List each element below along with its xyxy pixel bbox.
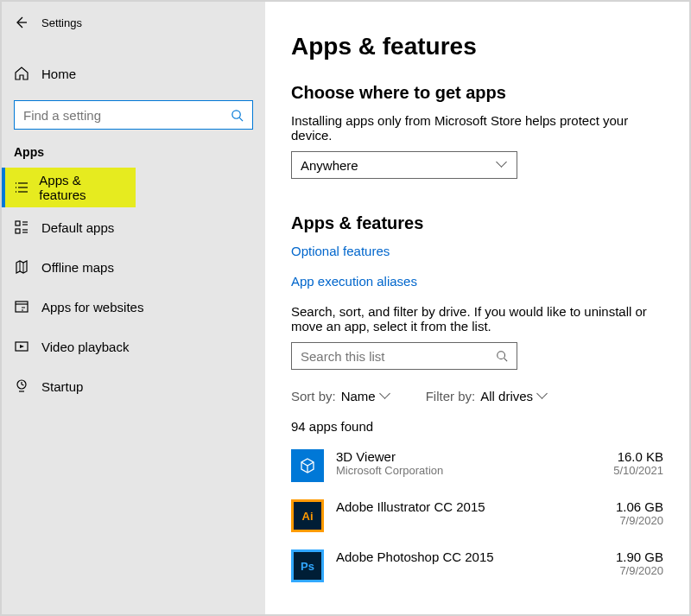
sort-value: Name (341, 389, 376, 403)
app-size: 1.06 GB (616, 499, 663, 514)
apps-features-icon (14, 180, 39, 195)
startup-icon (14, 378, 41, 394)
back-button[interactable] (14, 16, 41, 29)
svg-rect-8 (16, 221, 20, 225)
sidebar-item-label: Offline maps (41, 260, 114, 275)
sidebar-item-label: Apps & features (39, 173, 124, 202)
app-icon-illustrator: Ai (291, 499, 324, 532)
app-icon-photoshop: Ps (291, 549, 324, 582)
search-icon (496, 350, 508, 362)
svg-point-25 (498, 352, 505, 359)
sidebar-item-video-playback[interactable]: Video playback (2, 327, 265, 366)
sidebar-item-offline-maps[interactable]: Offline maps (2, 247, 265, 287)
optional-features-link[interactable]: Optional features (291, 244, 663, 258)
list-heading: Apps & features (291, 213, 663, 233)
sidebar-item-label: Startup (41, 379, 83, 394)
sidebar: Settings Home Apps Apps & features (2, 2, 265, 614)
sidebar-item-label: Default apps (41, 220, 114, 235)
chevron-down-icon (498, 160, 508, 170)
app-count: 94 apps found (291, 419, 663, 434)
sidebar-item-apps-websites[interactable]: Apps for websites (2, 287, 265, 327)
help-text: Search, sort, and filter by drive. If yo… (291, 304, 663, 333)
offline-maps-icon (14, 259, 41, 275)
app-list-search-input[interactable] (301, 349, 496, 364)
sort-label: Sort by: (291, 389, 336, 403)
app-size: 1.90 GB (616, 549, 663, 564)
app-icon-3dviewer (291, 449, 324, 482)
page-title: Apps & features (291, 33, 663, 60)
svg-line-1 (239, 117, 243, 121)
app-row[interactable]: Ai Adobe Illustrator CC 2015 1.06 GB 7/9… (291, 499, 663, 532)
app-row[interactable]: 3D Viewer Microsoft Corporation 16.0 KB … (291, 449, 663, 482)
svg-point-0 (232, 110, 240, 117)
chevron-down-icon (381, 391, 391, 402)
app-size: 16.0 KB (613, 449, 663, 464)
svg-line-23 (22, 384, 24, 385)
filter-value: All drives (480, 389, 533, 403)
filter-label: Filter by: (426, 389, 476, 403)
sort-by-control[interactable]: Sort by: Name (291, 389, 391, 403)
app-name: Adobe Photoshop CC 2015 (336, 549, 616, 564)
app-row[interactable]: Ps Adobe Photoshop CC 2015 1.90 GB 7/9/2… (291, 549, 663, 582)
chevron-down-icon (538, 391, 548, 402)
home-icon (14, 66, 41, 81)
sidebar-item-home[interactable]: Home (2, 59, 265, 88)
app-execution-aliases-link[interactable]: App execution aliases (291, 274, 663, 289)
default-apps-icon (14, 219, 41, 235)
app-publisher: Microsoft Corporation (336, 464, 613, 477)
app-date: 7/9/2020 (616, 564, 663, 577)
sidebar-item-label: Video playback (41, 340, 129, 354)
app-name: Adobe Illustrator CC 2015 (336, 499, 616, 514)
app-list-search[interactable] (291, 342, 517, 370)
sidebar-item-startup[interactable]: Startup (2, 366, 265, 406)
sidebar-search-input[interactable] (23, 108, 231, 123)
app-name: 3D Viewer (336, 449, 613, 464)
app-date: 5/10/2021 (613, 464, 663, 477)
choose-heading: Choose where to get apps (291, 83, 663, 103)
svg-rect-9 (16, 229, 20, 233)
home-label: Home (41, 67, 76, 81)
app-date: 7/9/2020 (616, 514, 663, 527)
sidebar-search[interactable] (14, 100, 253, 130)
sidebar-item-label: Apps for websites (41, 300, 143, 314)
video-playback-icon (14, 339, 41, 354)
svg-line-26 (504, 359, 508, 362)
window-title: Settings (41, 16, 82, 29)
filter-by-control[interactable]: Filter by: All drives (426, 389, 548, 403)
app-source-dropdown[interactable]: Anywhere (291, 151, 517, 179)
sidebar-section-label: Apps (2, 130, 265, 168)
main-content: Apps & features Choose where to get apps… (265, 2, 689, 614)
back-arrow-icon (14, 16, 28, 29)
choose-text: Installing apps only from Microsoft Stor… (291, 113, 663, 143)
search-icon (231, 109, 244, 122)
apps-websites-icon (14, 299, 41, 314)
sidebar-item-default-apps[interactable]: Default apps (2, 207, 265, 247)
dropdown-value: Anywhere (301, 158, 358, 173)
sidebar-item-apps-features[interactable]: Apps & features (2, 168, 136, 207)
